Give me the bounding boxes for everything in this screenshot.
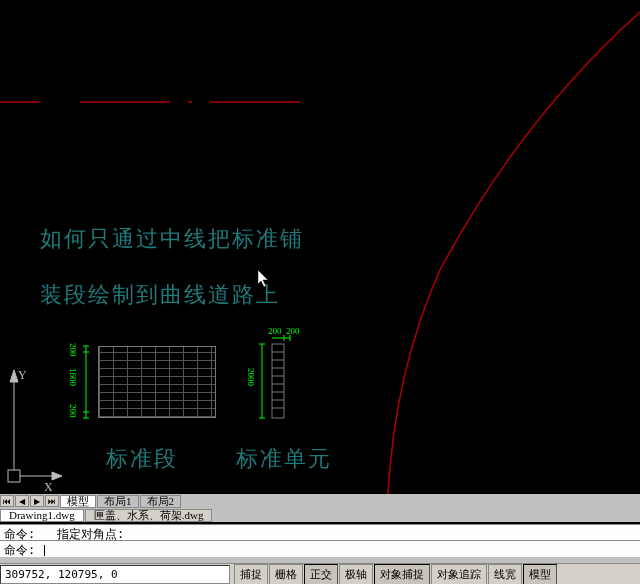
status-lwt[interactable]: 线宽 xyxy=(488,564,522,585)
cursor-icon xyxy=(258,270,270,288)
layout-tab-bar: ⏮ ◀ ▶ ⏭ 模型 布局1 布局2 xyxy=(0,494,640,508)
nav-last-icon[interactable]: ⏭ xyxy=(45,495,59,507)
svg-rect-4 xyxy=(8,470,20,482)
nav-next-icon[interactable]: ▶ xyxy=(30,495,44,507)
nav-prev-icon[interactable]: ◀ xyxy=(15,495,29,507)
svg-marker-29 xyxy=(258,270,268,287)
status-ortho[interactable]: 正交 xyxy=(304,564,338,585)
dim-seg-top: 200 xyxy=(68,343,78,357)
dim-seg-mid: 1600 xyxy=(68,368,78,386)
status-bar: 309752, 120795, 0 捕捉 栅格 正交 极轴 对象捕捉 对象追踪 … xyxy=(0,564,640,584)
coordinates-readout[interactable]: 309752, 120795, 0 xyxy=(0,565,230,584)
command-input[interactable]: 命令: xyxy=(0,540,640,556)
svg-rect-14 xyxy=(272,344,284,418)
status-polar[interactable]: 极轴 xyxy=(339,564,373,585)
status-otrack[interactable]: 对象追踪 xyxy=(431,564,487,585)
dim-unit-top: 200 xyxy=(268,326,282,336)
hatch-rectangle xyxy=(98,346,216,418)
status-snap[interactable]: 捕捉 xyxy=(234,564,268,585)
svg-marker-8 xyxy=(52,472,62,480)
dim-unit-right: 200 xyxy=(286,326,300,336)
file-tab-active[interactable]: Drawing1.dwg xyxy=(0,509,84,522)
ucs-x-label: X xyxy=(44,480,53,495)
command-history-line: 命令: 指定对角点: xyxy=(0,524,640,540)
cmd-prefix-1: 命令: xyxy=(4,527,35,541)
unit-label: 标准单元 xyxy=(236,444,332,474)
tab-model[interactable]: 模型 xyxy=(60,495,96,508)
segment-label: 标准段 xyxy=(106,444,178,474)
dim-seg-bot: 200 xyxy=(68,404,78,418)
annotation-line-2: 装段绘制到曲线道路上 xyxy=(40,280,280,310)
file-tab-inactive[interactable]: 匣盖、水系、荷架.dwg xyxy=(85,509,213,522)
cmd-prefix-2: 命令: xyxy=(4,543,35,557)
annotation-line-1: 如何只通过中线把标准铺 xyxy=(40,224,304,254)
status-model[interactable]: 模型 xyxy=(523,564,557,585)
drawing-canvas[interactable]: 如何只通过中线把标准铺 装段绘制到曲线道路上 标准段 标准单元 Y X 200 … xyxy=(0,0,640,494)
dim-unit-h: 2000 xyxy=(246,368,256,386)
status-osnap[interactable]: 对象捕捉 xyxy=(374,564,430,585)
tab-layout2[interactable]: 布局2 xyxy=(140,495,182,508)
nav-first-icon[interactable]: ⏮ xyxy=(0,495,14,507)
file-tab-bar: Drawing1.dwg 匣盖、水系、荷架.dwg xyxy=(0,508,640,522)
ucs-y-label: Y xyxy=(18,368,27,383)
svg-marker-6 xyxy=(10,370,18,382)
status-grid[interactable]: 栅格 xyxy=(269,564,303,585)
tab-layout1[interactable]: 布局1 xyxy=(97,495,139,508)
cmd-text-1: 指定对角点: xyxy=(57,527,124,541)
